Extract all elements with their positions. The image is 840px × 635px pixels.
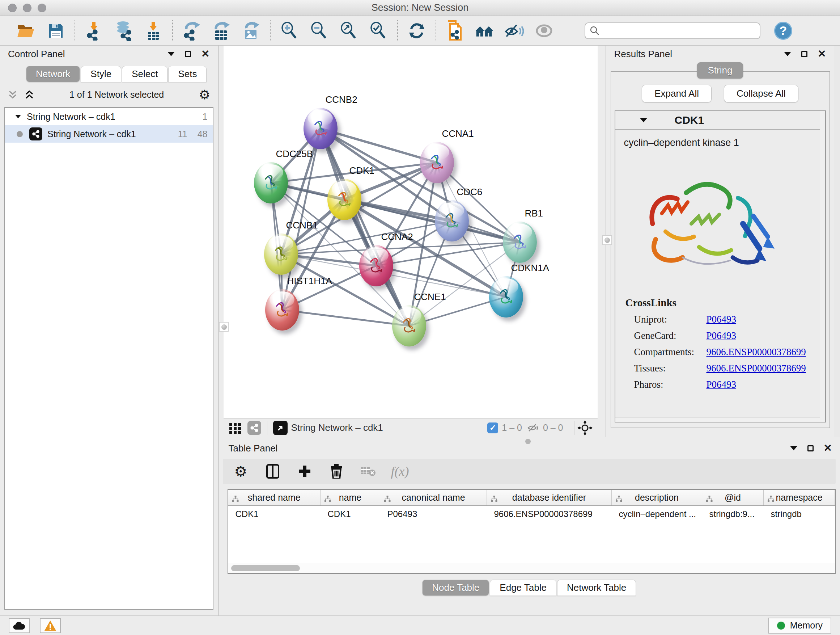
network-node-CCNA1[interactable]	[420, 142, 454, 183]
delete-table-icon[interactable]	[360, 463, 376, 479]
network-edge[interactable]	[321, 128, 409, 326]
panel-menu-icon[interactable]	[784, 52, 791, 56]
network-node-CDC6[interactable]	[435, 200, 469, 241]
tab-edge-table[interactable]: Edge Table	[490, 580, 556, 596]
zoom-in-icon[interactable]	[279, 21, 300, 41]
table-horizontal-scrollbar[interactable]	[228, 563, 835, 573]
tab-sets[interactable]: Sets	[168, 66, 207, 82]
enable-disable-icon[interactable]	[534, 21, 554, 41]
crosslink-link[interactable]: 9606.ENSP00000378699	[706, 347, 806, 358]
panel-menu-icon[interactable]	[167, 52, 175, 56]
network-share-icon[interactable]	[248, 421, 261, 435]
open-session-icon[interactable]	[16, 21, 36, 41]
show-columns-icon[interactable]	[265, 463, 281, 479]
column-header-canonical-name[interactable]: canonical name	[380, 490, 487, 506]
network-node-CDKN1A[interactable]	[489, 276, 523, 318]
warnings-button[interactable]	[40, 618, 61, 633]
delete-column-icon[interactable]	[328, 463, 344, 479]
column-header-shared-name[interactable]: shared name	[228, 490, 321, 506]
string-document-icon[interactable]	[445, 21, 465, 41]
network-node-CCNB1[interactable]	[264, 233, 298, 275]
network-node-CDK1[interactable]	[327, 179, 362, 220]
float-panel-icon[interactable]	[801, 51, 807, 57]
network-edge[interactable]	[282, 310, 409, 326]
search-input[interactable]	[600, 26, 755, 36]
table-panel-resize-handle[interactable]	[525, 439, 531, 444]
help-button[interactable]: ?	[774, 22, 792, 40]
zoom-out-icon[interactable]	[309, 21, 329, 41]
import-network-file-icon[interactable]	[84, 21, 104, 41]
column-header-namespace[interactable]: namespace	[764, 490, 835, 506]
zoom-fit-icon[interactable]	[339, 21, 359, 41]
minimize-window-button[interactable]	[23, 4, 32, 12]
results-horizontal-scrollbar[interactable]	[615, 417, 820, 422]
tab-select[interactable]: Select	[122, 66, 167, 82]
collapse-all-button[interactable]: Collapse All	[724, 85, 798, 103]
network-edge[interactable]	[321, 128, 437, 163]
crosslink-link[interactable]: 9606.ENSP00000378699	[706, 363, 806, 374]
entry-collapse-icon[interactable]	[640, 118, 647, 122]
network-node-HIST1H1A[interactable]	[265, 289, 299, 331]
network-options-gear-icon[interactable]: ⚙	[199, 87, 210, 102]
column-header-description[interactable]: description	[612, 490, 702, 506]
navigate-crosshair-icon[interactable]	[577, 420, 592, 435]
hide-unhide-icon[interactable]	[504, 21, 524, 41]
float-panel-icon[interactable]	[807, 445, 813, 451]
close-panel-icon[interactable]: ✕	[201, 49, 210, 59]
function-builder-icon[interactable]: f(x)	[392, 463, 408, 479]
network-node-CDC25B[interactable]	[254, 162, 288, 203]
memory-button[interactable]: Memory	[768, 618, 831, 633]
network-node-CCNA2[interactable]	[359, 245, 393, 287]
results-vertical-scrollbar[interactable]	[820, 111, 825, 422]
crosslink-link[interactable]: P06493	[706, 330, 737, 341]
network-node-RB1[interactable]	[503, 222, 537, 263]
expand-all-icon[interactable]	[24, 90, 35, 100]
collection-expand-icon[interactable]	[15, 115, 21, 119]
tab-node-table[interactable]: Node Table	[422, 580, 489, 596]
scrollbar-thumb[interactable]	[231, 565, 300, 571]
zoom-selected-icon[interactable]	[368, 21, 388, 41]
collapse-all-icon[interactable]	[7, 90, 18, 100]
birds-eye-view-icon[interactable]	[273, 421, 287, 435]
panel-menu-icon[interactable]	[790, 446, 797, 450]
selected-nodes-checkbox[interactable]: ✓	[487, 423, 498, 433]
refresh-layout-icon[interactable]	[407, 21, 427, 41]
export-table-icon[interactable]	[211, 21, 232, 41]
close-panel-icon[interactable]: ✕	[824, 443, 832, 453]
save-session-icon[interactable]	[46, 21, 66, 41]
right-divider-handle[interactable]	[602, 235, 612, 245]
import-network-database-icon[interactable]	[114, 21, 134, 41]
crosslink-link[interactable]: P06493	[706, 314, 737, 325]
grid-view-icon[interactable]	[229, 421, 242, 434]
left-divider-handle[interactable]	[219, 322, 229, 332]
export-image-icon[interactable]	[241, 21, 261, 41]
tab-network-table[interactable]: Network Table	[557, 580, 636, 596]
column-header-database-identifier[interactable]: database identifier	[487, 490, 612, 506]
add-column-icon[interactable]	[297, 463, 313, 479]
column-header-name[interactable]: name	[321, 490, 380, 506]
tab-string[interactable]: String	[697, 62, 744, 79]
export-network-icon[interactable]	[182, 21, 202, 41]
expand-all-button[interactable]: Expand All	[642, 85, 712, 103]
network-collection-row[interactable]: String Network – cdk1 1	[5, 108, 213, 125]
tab-style[interactable]: Style	[81, 66, 121, 82]
zoom-window-button[interactable]	[38, 4, 46, 12]
network-node-CCNE1[interactable]	[392, 305, 426, 347]
network-row[interactable]: String Network – cdk1 11 48	[5, 125, 213, 143]
close-panel-icon[interactable]: ✕	[818, 49, 826, 59]
gene-entry-header[interactable]: CDK1	[615, 111, 825, 130]
network-node-CCNB2[interactable]	[303, 108, 338, 149]
table-options-gear-icon[interactable]: ⚙	[233, 463, 249, 479]
cloud-status-button[interactable]	[9, 618, 30, 633]
change-species-icon[interactable]	[475, 21, 495, 41]
table-row[interactable]: CDK1CDK1P064939606.ENSP00000378699cyclin…	[228, 506, 835, 522]
import-table-file-icon[interactable]	[143, 21, 164, 41]
hidden-items-icon[interactable]	[527, 423, 539, 432]
column-header--id[interactable]: @id	[702, 490, 764, 506]
crosslink-link[interactable]: P06493	[706, 379, 737, 390]
network-canvas[interactable]: CCNB2CCNA1CDC25BCDK1CDC6RB1CCNB1CCNA2CDK…	[224, 46, 598, 418]
float-panel-icon[interactable]	[185, 51, 191, 57]
close-window-button[interactable]	[8, 4, 17, 12]
window-controls[interactable]	[8, 4, 46, 12]
search-box[interactable]	[584, 22, 760, 39]
